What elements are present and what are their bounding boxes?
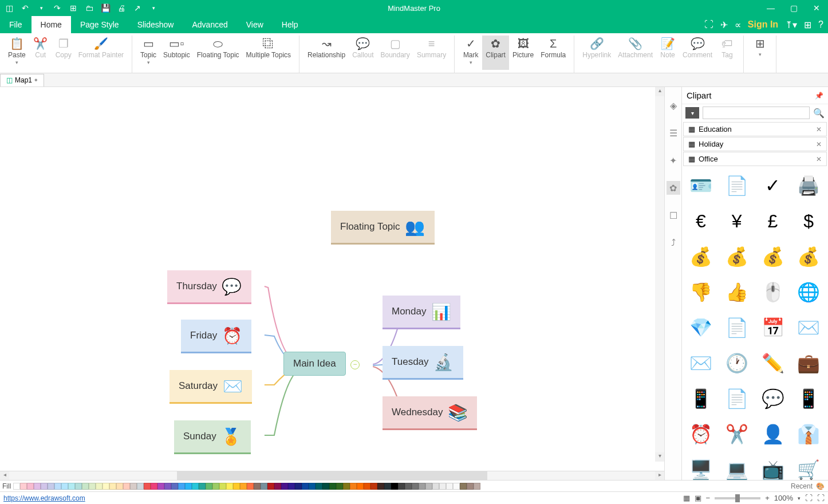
export-tab-icon[interactable]: ⤴	[667, 236, 680, 250]
folder-icon[interactable]: ▾	[685, 107, 699, 119]
color-swatch[interactable]	[137, 483, 144, 490]
color-swatch[interactable]	[75, 483, 82, 490]
color-swatch[interactable]	[164, 483, 171, 490]
clipart-item-35[interactable]: 🛒	[794, 455, 823, 480]
color-swatch[interactable]	[370, 483, 377, 490]
color-swatch[interactable]	[309, 483, 316, 490]
maximize-icon[interactable]: ▢	[782, 0, 805, 16]
color-swatch[interactable]	[89, 483, 96, 490]
clipart-item-7[interactable]: $	[794, 207, 823, 235]
zoom-out-icon[interactable]: −	[706, 494, 711, 502]
color-swatch[interactable]	[329, 483, 336, 490]
color-swatch[interactable]	[226, 483, 233, 490]
clipart-item-13[interactable]: 👍	[723, 278, 751, 306]
node-friday[interactable]: Friday⏰	[181, 320, 251, 353]
color-swatch[interactable]	[350, 483, 357, 490]
color-swatch[interactable]	[267, 483, 274, 490]
horizontal-scrollbar[interactable]: ◂ ▸	[0, 471, 664, 480]
color-swatch[interactable]	[109, 483, 116, 490]
color-swatch[interactable]	[54, 483, 61, 490]
color-swatch[interactable]	[453, 483, 460, 490]
color-swatch[interactable]	[233, 483, 240, 490]
color-swatch[interactable]	[295, 483, 302, 490]
share-icon[interactable]: ∝	[735, 19, 741, 30]
node-sunday[interactable]: Sunday🏅	[174, 420, 251, 454]
zoom-in-icon[interactable]: +	[765, 494, 770, 502]
central-node[interactable]: Main Idea	[283, 352, 346, 376]
clipart-item-15[interactable]: 🌐	[794, 278, 823, 306]
color-swatch[interactable]	[412, 483, 419, 490]
page-width-icon[interactable]: ▣	[695, 494, 701, 502]
document-tab[interactable]: ◫ Map1 •	[0, 74, 44, 86]
pin-icon[interactable]: 📌	[815, 92, 823, 100]
color-swatch[interactable]	[13, 483, 20, 490]
close-category-icon[interactable]: ✕	[816, 140, 822, 148]
color-swatch[interactable]	[82, 483, 89, 490]
clipart-button[interactable]: ✿Clipart	[482, 36, 509, 70]
floating-topic-node[interactable]: Floating Topic 👥	[331, 211, 435, 245]
color-swatch[interactable]	[377, 483, 384, 490]
color-swatch[interactable]	[34, 483, 41, 490]
subtopic-button[interactable]: ▭▫Subtopic	[160, 36, 194, 70]
task-tab-icon[interactable]: ☐	[667, 208, 680, 222]
clipart-item-8[interactable]: 💰	[687, 242, 715, 271]
color-swatch[interactable]	[68, 483, 75, 490]
menu-tab-advanced[interactable]: Advanced	[183, 16, 236, 33]
theme-tab-icon[interactable]: ◈	[667, 99, 680, 112]
new-icon[interactable]: ⊞	[69, 3, 78, 13]
clipart-item-12[interactable]: 👎	[687, 278, 715, 306]
color-swatch[interactable]	[460, 483, 467, 490]
clipart-item-31[interactable]: 👔	[794, 420, 823, 448]
scroll-down-icon[interactable]: ▾	[655, 452, 664, 462]
iconmark-tab-icon[interactable]: ✦	[667, 153, 680, 167]
node-monday[interactable]: Monday📊	[383, 296, 460, 329]
color-swatch[interactable]	[20, 483, 27, 490]
color-swatch[interactable]	[274, 483, 281, 490]
color-swatch[interactable]	[41, 483, 48, 490]
clipart-tab-icon[interactable]: ✿	[667, 181, 680, 195]
node-wednesday[interactable]: Wednesday📚	[383, 396, 477, 430]
color-swatch[interactable]	[432, 483, 439, 490]
color-swatch[interactable]	[364, 483, 370, 490]
clipart-item-6[interactable]: £	[759, 207, 787, 235]
send-icon[interactable]: ✈	[720, 19, 728, 30]
color-swatch[interactable]	[254, 483, 261, 490]
color-swatch[interactable]	[316, 483, 322, 490]
color-swatch[interactable]	[123, 483, 130, 490]
undo-icon[interactable]: ↶	[21, 3, 30, 13]
qat-dropdown-icon[interactable]: ▾	[149, 3, 158, 13]
color-swatch[interactable]	[27, 483, 34, 490]
color-swatch[interactable]	[288, 483, 295, 490]
node-saturday[interactable]: Saturday✉️	[169, 370, 252, 404]
menu-tab-file[interactable]: File	[0, 16, 31, 33]
clipart-item-24[interactable]: 📱	[687, 384, 715, 413]
color-swatch[interactable]	[199, 483, 206, 490]
category-office[interactable]: ▦Office✕	[683, 152, 827, 166]
clipart-item-0[interactable]: 🪪	[687, 171, 715, 200]
relationship-button[interactable]: ↝Relationship	[304, 36, 349, 70]
close-category-icon[interactable]: ✕	[816, 155, 822, 163]
color-swatch[interactable]	[61, 483, 68, 490]
color-swatch[interactable]	[467, 483, 474, 490]
paste-button[interactable]: 📋Paste▾	[5, 36, 29, 70]
canvas-area[interactable]: ▴ ▾ Floating Topic 👥 Main Ide	[0, 87, 664, 480]
color-swatch[interactable]	[391, 483, 398, 490]
menu-tab-home[interactable]: Home	[31, 16, 71, 33]
clipart-item-9[interactable]: 💰	[723, 242, 751, 271]
color-swatch[interactable]	[474, 483, 480, 490]
zoom-slider[interactable]	[715, 497, 760, 499]
clipart-item-30[interactable]: 👤	[759, 420, 787, 448]
multiple-topics-button[interactable]: ⿻Multiple Topics	[243, 36, 294, 70]
clipart-item-21[interactable]: 🕐	[723, 349, 751, 377]
color-swatch[interactable]	[419, 483, 425, 490]
sign-in-button[interactable]: Sign In	[748, 19, 778, 30]
clipart-item-11[interactable]: 💰	[794, 242, 823, 271]
formula-button[interactable]: ΣFormula	[537, 36, 569, 70]
fullscreen-icon[interactable]: ⛶	[817, 494, 825, 502]
page-fit-icon[interactable]: ▦	[683, 494, 690, 502]
color-swatch[interactable]	[425, 483, 432, 490]
color-swatch[interactable]	[357, 483, 364, 490]
scroll-up-icon[interactable]: ▴	[655, 87, 664, 96]
menu-tab-help[interactable]: Help	[273, 16, 307, 33]
minimize-icon[interactable]: —	[759, 0, 782, 16]
